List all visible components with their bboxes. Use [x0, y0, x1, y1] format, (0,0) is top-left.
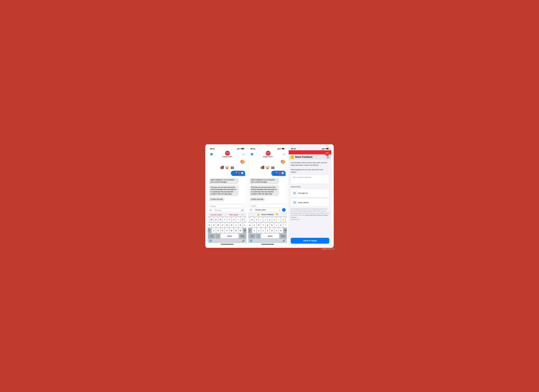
key-y[interactable]: Y — [227, 217, 231, 222]
key2-r[interactable]: r — [259, 217, 263, 222]
key2-l[interactable]: l — [284, 223, 287, 228]
key2-k[interactable]: k — [279, 223, 283, 228]
key-r[interactable]: R — [218, 217, 222, 222]
key-g[interactable]: G — [225, 223, 229, 228]
back-button-2[interactable]: ‹ 4 — [250, 153, 253, 155]
shift-key-2[interactable]: ⇧ — [248, 228, 252, 233]
smart-reply-1[interactable]: Sounds useful — [211, 214, 222, 216]
received-bubble-1b: That way, you can see if any of the unre… — [209, 185, 239, 196]
return-key-1[interactable]: return — [239, 234, 246, 239]
key2-i[interactable]: i — [277, 217, 280, 222]
key2-j[interactable]: j — [274, 223, 278, 228]
key-j[interactable]: J — [234, 223, 238, 228]
key-x[interactable]: X — [216, 228, 220, 233]
key2-p[interactable]: p — [286, 217, 287, 222]
key-s[interactable]: S — [212, 223, 216, 228]
key2-h[interactable]: h — [270, 223, 274, 228]
key2-g[interactable]: g — [266, 223, 270, 228]
smart-reply-2[interactable]: That's great — [229, 214, 238, 216]
key-f[interactable]: F — [221, 223, 225, 228]
emoji-key-1[interactable]: ☺ — [216, 234, 220, 239]
subject-field-2[interactable]: Subject — [250, 204, 286, 208]
key2-c[interactable]: c — [261, 228, 265, 233]
home-bar-1 — [208, 243, 246, 245]
key2-e[interactable]: e — [255, 217, 258, 222]
return-key-2[interactable]: return — [280, 234, 286, 239]
key-u[interactable]: U — [232, 217, 236, 222]
subject-field-1[interactable]: Subject — [209, 205, 245, 208]
key-n[interactable]: N — [234, 228, 238, 233]
key2-t[interactable]: t — [263, 217, 267, 222]
key2-s[interactable]: s — [252, 223, 256, 228]
status-time-2: 09:41 — [250, 148, 255, 150]
shift-key-1[interactable]: ⇧ — [207, 228, 211, 233]
key2-m[interactable]: m — [279, 228, 283, 233]
delivered-label-1: Delivered — [239, 175, 245, 177]
key-c[interactable]: C — [221, 228, 225, 233]
chat-area-1: 🎨 🐗 🐷 🦝 🐈‍⬛🎱🔴💬 Delivered Apple Intellige… — [208, 158, 246, 204]
key-e[interactable]: E — [214, 217, 218, 222]
key2-w[interactable]: w — [250, 217, 254, 222]
key-w[interactable]: W — [210, 217, 213, 222]
thumbsdown-icon-2[interactable]: 👎 — [276, 213, 278, 216]
key-l[interactable]: L — [243, 223, 247, 228]
key-o[interactable]: O — [241, 217, 245, 222]
key2-v[interactable]: v — [266, 228, 270, 233]
key-p[interactable]: P — [245, 217, 246, 222]
key2-y[interactable]: y — [268, 217, 272, 222]
key-q[interactable]: Q — [207, 217, 209, 222]
send-button-2[interactable]: ↑ — [282, 208, 286, 212]
key-t[interactable]: T — [223, 217, 227, 222]
video-button-2[interactable]: ▭ — [283, 153, 285, 156]
warning-icon: ⚠️ — [290, 155, 294, 159]
nav-bar-1: ‹ 4 GADGETHACKS Gadget Hacks › ▭ — [208, 150, 246, 158]
key-z[interactable]: Z — [212, 228, 216, 233]
key-i[interactable]: I — [236, 217, 240, 222]
message-input-2[interactable]: Sounds useful | — [254, 208, 281, 211]
video-button-1[interactable]: ▭ — [242, 153, 245, 156]
plus-button-1[interactable]: + — [209, 209, 212, 212]
key2-z[interactable]: z — [252, 228, 256, 233]
attachment-2[interactable]: smart_reply.txt › — [291, 199, 329, 206]
space-key-1[interactable]: space — [221, 234, 239, 239]
key-k[interactable]: K — [239, 223, 242, 228]
backspace-key-2[interactable]: ⌫ — [284, 228, 287, 233]
back-button-1[interactable]: ‹ 4 — [209, 153, 213, 155]
space-key-2[interactable]: space — [261, 234, 279, 239]
num-key-2[interactable]: 123 — [249, 234, 255, 239]
close-button[interactable]: ✕ — [326, 155, 330, 159]
globe-icon-2[interactable]: 🌐 — [250, 239, 252, 242]
key-b[interactable]: B — [230, 228, 233, 233]
send-to-apple-button[interactable]: Send to Apple — [291, 238, 329, 244]
attachment-1[interactable]: messages.txt › — [291, 189, 329, 197]
key2-b[interactable]: b — [270, 228, 274, 233]
key-a[interactable]: A — [207, 223, 211, 228]
key-h[interactable]: H — [230, 223, 233, 228]
message-input-1[interactable]: Message 🎤 — [213, 209, 245, 212]
emoji-key-2[interactable]: ☺ — [256, 234, 260, 239]
key-d[interactable]: D — [216, 223, 220, 228]
key-m[interactable]: M — [239, 228, 242, 233]
key2-o[interactable]: o — [281, 217, 285, 222]
fp-header: ⚠️ Share Feedback ✕ — [289, 154, 331, 160]
num-key-1[interactable]: 123 — [208, 234, 215, 239]
key2-u[interactable]: u — [272, 217, 276, 222]
mic-bottom-icon-2[interactable]: 🎤 — [283, 239, 285, 242]
key2-f[interactable]: f — [261, 223, 265, 228]
key2-x[interactable]: x — [257, 228, 261, 233]
thumbsup-icon-2[interactable]: 👍 — [257, 213, 260, 216]
globe-icon-1[interactable]: 🌐 — [209, 239, 212, 242]
key2-n[interactable]: n — [274, 228, 278, 233]
fp-comment-box[interactable]: Add a comment (optional) — [291, 175, 329, 184]
key2-a[interactable]: a — [248, 223, 252, 228]
key2-q[interactable]: q — [248, 217, 250, 222]
signal-icon-2 — [277, 148, 279, 149]
backspace-key-1[interactable]: ⌫ — [243, 228, 247, 233]
mic-bottom-icon-1[interactable]: 🎤 — [242, 239, 245, 242]
key2-d[interactable]: d — [257, 223, 261, 228]
home-bar-2 — [248, 243, 287, 245]
key-v[interactable]: V — [225, 228, 229, 233]
feedback-label-2[interactable]: Share Feedback — [261, 214, 274, 215]
fp-legal-text: This feedback will be linked to your App… — [291, 208, 329, 220]
plus-button-2[interactable]: + — [250, 208, 253, 211]
